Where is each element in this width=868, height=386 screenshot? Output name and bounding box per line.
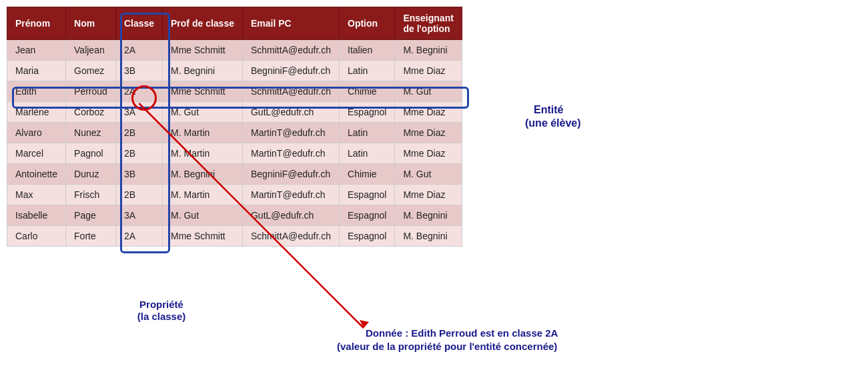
cell-option: Espagnol	[340, 102, 395, 123]
cell-classe: 2B	[115, 143, 162, 164]
table-row: IsabellePage3AM. GutGutL@edufr.chEspagno…	[7, 205, 462, 226]
cell-enseignant: Mme Diaz	[395, 102, 462, 123]
cell-classe: 2B	[115, 185, 162, 205]
cell-prof: M. Martin	[163, 143, 243, 164]
cell-prenom: Marcel	[7, 143, 66, 164]
cell-nom: Forte	[66, 226, 116, 247]
cell-email: BegniniF@edufr.ch	[242, 61, 339, 81]
data-label-line1: Donnée : Edith Perroud est en classe 2A	[366, 327, 558, 339]
cell-prenom: Marlène	[7, 102, 66, 123]
cell-option: Espagnol	[340, 205, 395, 226]
cell-prof: Mme Schmitt	[163, 40, 243, 61]
cell-prenom: Edith	[7, 81, 66, 102]
cell-option: Latin	[340, 61, 395, 81]
cell-enseignant: Mme Diaz	[395, 123, 462, 143]
col-header-nom: Nom	[66, 7, 116, 40]
cell-option: Latin	[340, 143, 395, 164]
cell-email: MartinT@edufr.ch	[242, 143, 339, 164]
cell-enseignant: M. Begnini	[395, 40, 462, 61]
cell-prenom: Jean	[7, 40, 66, 61]
cell-nom: Nunez	[66, 123, 116, 143]
cell-email: GutL@edufr.ch	[242, 205, 339, 226]
cell-nom: Gomez	[66, 61, 116, 81]
cell-nom: Page	[66, 205, 116, 226]
cell-option: Espagnol	[340, 226, 395, 247]
property-label-line1: Propriété	[139, 299, 183, 310]
cell-email: GutL@edufr.ch	[242, 102, 339, 123]
cell-enseignant: M. Begnini	[395, 205, 462, 226]
cell-enseignant: M. Gut	[395, 164, 462, 185]
cell-nom: Frisch	[66, 185, 116, 205]
data-label-line2: (valeur de la propriété pour l'entité co…	[337, 341, 557, 352]
cell-prof: M. Gut	[163, 102, 243, 123]
cell-option: Chimie	[340, 81, 395, 102]
table-row: AlvaroNunez2BM. MartinMartinT@edufr.chLa…	[7, 123, 462, 143]
cell-prof: M. Martin	[163, 123, 243, 143]
cell-option: Chimie	[340, 164, 395, 185]
col-header-enseignant: Enseignantde l'option	[395, 7, 462, 40]
cell-prenom: Maria	[7, 61, 66, 81]
cell-classe: 3B	[115, 164, 162, 185]
cell-email: SchmittA@edufr.ch	[242, 40, 339, 61]
cell-enseignant: M. Begnini	[395, 226, 462, 247]
table-row: MariaGomez3BM. BegniniBegniniF@edufr.chL…	[7, 61, 462, 81]
table-row: MarlèneCorboz3AM. GutGutL@edufr.chEspagn…	[7, 102, 462, 123]
cell-email: BegniniF@edufr.ch	[242, 164, 339, 185]
cell-prof: M. Begnini	[163, 61, 243, 81]
cell-enseignant: Mme Diaz	[395, 61, 462, 81]
cell-prof: Mme Schmitt	[163, 226, 243, 247]
cell-prof: M. Begnini	[163, 164, 243, 185]
table-row: EdithPerroud2AMme SchmittSchmittA@edufr.…	[7, 81, 462, 102]
cell-option: Latin	[340, 123, 395, 143]
col-header-email: Email PC	[242, 7, 339, 40]
property-label-line2: (la classe)	[137, 311, 186, 322]
cell-prof: M. Gut	[163, 205, 243, 226]
cell-enseignant: Mme Diaz	[395, 185, 462, 205]
col-header-classe: Classe	[115, 7, 162, 40]
col-header-prof: Prof de classe	[163, 7, 243, 40]
cell-prenom: Max	[7, 185, 66, 205]
data-table: Prénom Nom Classe Prof de classe Email P…	[7, 7, 462, 247]
col-header-option: Option	[340, 7, 395, 40]
cell-prenom: Carlo	[7, 226, 66, 247]
cell-email: MartinT@edufr.ch	[242, 185, 339, 205]
table-container: Prénom Nom Classe Prof de classe Email P…	[7, 7, 462, 247]
table-row: MaxFrisch2BM. MartinMartinT@edufr.chEspa…	[7, 185, 462, 205]
svg-marker-1	[360, 320, 369, 328]
cell-email: MartinT@edufr.ch	[242, 123, 339, 143]
table-header-row: Prénom Nom Classe Prof de classe Email P…	[7, 7, 462, 40]
col-header-prenom: Prénom	[7, 7, 66, 40]
cell-email: SchmittA@edufr.ch	[242, 81, 339, 102]
table-row: CarloForte2AMme SchmittSchmittA@edufr.ch…	[7, 226, 462, 247]
cell-nom: Corboz	[66, 102, 116, 123]
cell-classe: 2A	[115, 81, 162, 102]
cell-classe: 2A	[115, 40, 162, 61]
cell-nom: Pagnol	[66, 143, 116, 164]
cell-classe: 2B	[115, 123, 162, 143]
cell-classe: 3A	[115, 102, 162, 123]
cell-prenom: Isabelle	[7, 205, 66, 226]
cell-classe: 3B	[115, 61, 162, 81]
cell-nom: Valjean	[66, 40, 116, 61]
cell-enseignant: M. Gut	[395, 81, 462, 102]
cell-classe: 2A	[115, 226, 162, 247]
cell-option: Italien	[340, 40, 395, 61]
cell-enseignant: Mme Diaz	[395, 143, 462, 164]
cell-nom: Duruz	[66, 164, 116, 185]
cell-nom: Perroud	[66, 81, 116, 102]
cell-option: Espagnol	[340, 185, 395, 205]
cell-prof: Mme Schmitt	[163, 81, 243, 102]
table-row: AntoinetteDuruz3BM. BegniniBegniniF@eduf…	[7, 164, 462, 185]
cell-prenom: Alvaro	[7, 123, 66, 143]
table-row: MarcelPagnol2BM. MartinMartinT@edufr.chL…	[7, 143, 462, 164]
table-row: JeanValjean2AMme SchmittSchmittA@edufr.c…	[7, 40, 462, 61]
cell-prenom: Antoinette	[7, 164, 66, 185]
cell-classe: 3A	[115, 205, 162, 226]
cell-email: SchmittA@edufr.ch	[242, 226, 339, 247]
cell-prof: M. Martin	[163, 185, 243, 205]
